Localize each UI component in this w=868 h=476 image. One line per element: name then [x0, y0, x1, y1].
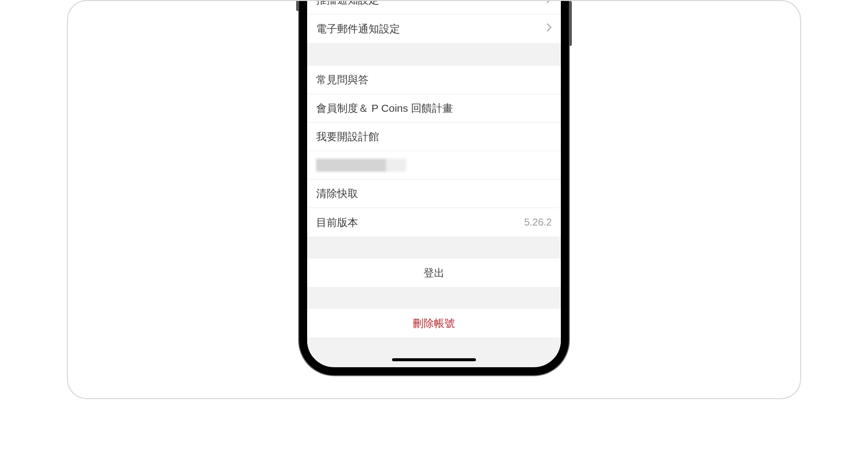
bottom-fill — [307, 337, 561, 357]
redacted-content — [316, 159, 406, 172]
delete-account-button[interactable]: 刪除帳號 — [307, 309, 561, 337]
phone-side-button-right — [569, 1, 572, 46]
faq-label: 常見問與答 — [316, 73, 369, 87]
clear-cache-row[interactable]: 清除快取 — [307, 180, 561, 208]
membership-label: 會員制度＆ P Coins 回饋計畫 — [316, 101, 453, 115]
redacted-row[interactable] — [307, 151, 561, 180]
open-shop-label: 我要開設計館 — [316, 130, 379, 144]
home-indicator[interactable] — [392, 358, 476, 361]
faq-row[interactable]: 常見問與答 — [307, 66, 561, 94]
notification-settings-section: 推播通知設定 電子郵件通知設定 — [307, 0, 561, 43]
clear-cache-label: 清除快取 — [316, 187, 358, 201]
info-section: 常見問與答 會員制度＆ P Coins 回饋計畫 我要開設計館 清除快取 — [307, 66, 561, 237]
open-shop-row[interactable]: 我要開設計館 — [307, 123, 561, 151]
phone-device-frame: 推播通知設定 電子郵件通知設定 — [299, 0, 569, 375]
phone-side-button-left — [296, 0, 299, 11]
delete-account-label: 刪除帳號 — [413, 316, 455, 330]
logout-label: 登出 — [424, 266, 444, 280]
document-frame: 推播通知設定 電子郵件通知設定 — [67, 0, 801, 399]
chevron-right-icon — [547, 23, 552, 34]
email-notification-label: 電子郵件通知設定 — [316, 22, 400, 36]
section-gap — [307, 43, 561, 66]
version-label: 目前版本 — [316, 216, 358, 230]
phone-screen: 推播通知設定 電子郵件通知設定 — [307, 0, 561, 367]
logout-button[interactable]: 登出 — [307, 258, 561, 287]
section-gap — [307, 237, 561, 258]
phone-wrapper: 推播通知設定 電子郵件通知設定 — [299, 0, 569, 375]
version-value: 5.26.2 — [524, 217, 552, 228]
email-notification-row[interactable]: 電子郵件通知設定 — [307, 14, 561, 43]
section-gap — [307, 287, 561, 309]
push-notification-row[interactable]: 推播通知設定 — [307, 0, 561, 14]
version-row: 目前版本 5.26.2 — [307, 208, 561, 237]
chevron-right-icon — [547, 0, 552, 5]
membership-row[interactable]: 會員制度＆ P Coins 回饋計畫 — [307, 94, 561, 123]
push-notification-label: 推播通知設定 — [316, 0, 379, 7]
